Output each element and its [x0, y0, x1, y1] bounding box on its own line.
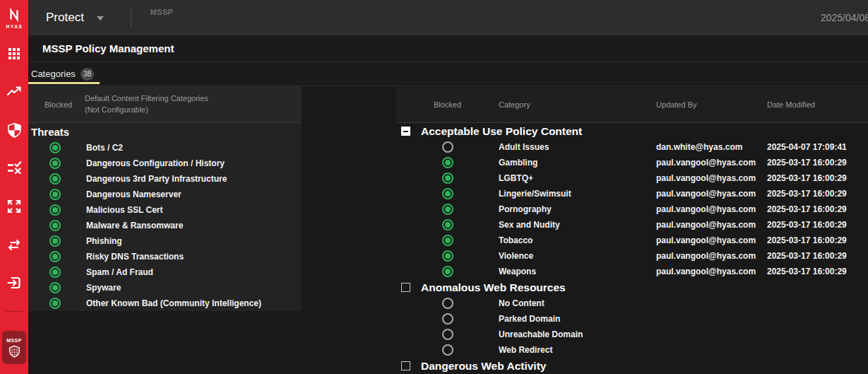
category-section-header: Acceptable Use Policy Content [396, 123, 868, 139]
date-modified-value: 2025-03-17 16:00:29 [767, 220, 868, 230]
threat-category-label: Risky DNS Transactions [86, 252, 184, 262]
column-header-default-categories-line1: Default Content Filtering Categories [85, 94, 208, 103]
tab-categories-count-badge: 38 [81, 68, 94, 81]
date-modified-value: 2025-03-17 16:00:29 [767, 251, 868, 261]
hyas-logo[interactable]: HYAS [0, 0, 28, 35]
context-label: MSSP [150, 8, 173, 16]
updated-by-value: paul.vangool@hyas.com [656, 204, 767, 214]
policy-row: Sex and Nuditypaul.vangool@hyas.com2025-… [396, 217, 868, 233]
category-label: Pornography [499, 204, 656, 214]
policy-row: Gamblingpaul.vangool@hyas.com2025-03-17 … [396, 155, 868, 170]
category-section-header: Dangerous Web Activity [396, 358, 868, 373]
threat-row: Malicious SSL Cert [28, 202, 302, 218]
policy-rules-icon[interactable] [6, 160, 22, 176]
policy-row: Lingerie/Swimsuitpaul.vangool@hyas.com20… [396, 186, 868, 201]
blocked-toggle[interactable] [442, 266, 453, 277]
blocked-toggle[interactable] [442, 313, 453, 325]
policy-row: Unreachable Domain [396, 327, 868, 342]
expand-icon[interactable] [6, 199, 22, 214]
blocked-toggle[interactable] [442, 141, 453, 153]
apps-grid-icon[interactable] [6, 46, 22, 62]
section-title: Anomalous Web Resources [421, 281, 566, 294]
blocked-toggle[interactable] [49, 142, 61, 153]
blocked-toggle[interactable] [49, 220, 61, 231]
blocked-toggle[interactable] [442, 250, 453, 262]
default-categories-header: Blocked Default Content Filtering Catego… [28, 86, 302, 123]
activity-chart-icon[interactable] [6, 84, 22, 100]
blocked-toggle[interactable] [49, 158, 61, 169]
threat-row: Spam / Ad Fraud [28, 264, 302, 280]
mssp-shield-icon [8, 345, 20, 358]
content: Blocked Default Content Filtering Catego… [28, 86, 868, 373]
blocked-toggle[interactable] [442, 344, 453, 356]
topbar: Protect MSSP 2025/04/08 [28, 0, 868, 35]
section-checkbox[interactable] [401, 361, 410, 370]
column-header-blocked: Blocked [434, 100, 461, 109]
blocked-toggle[interactable] [442, 235, 453, 246]
section-checkbox[interactable] [401, 127, 410, 136]
product-switcher[interactable]: Protect [46, 11, 104, 25]
blocked-toggle[interactable] [442, 298, 453, 309]
section-checkbox[interactable] [401, 283, 410, 292]
policy-table-header: Blocked Category Updated By Date Modifie… [396, 86, 868, 123]
main-area: Protect MSSP 2025/04/08 MSSP Policy Mana… [28, 0, 868, 374]
policy-row: No Content [396, 296, 868, 311]
category-label: LGBTQ+ [499, 173, 656, 183]
category-label: Lingerie/Swimsuit [499, 189, 656, 199]
blocked-toggle[interactable] [49, 189, 61, 200]
blocked-toggle[interactable] [49, 267, 61, 278]
category-label: Unreachable Domain [499, 329, 656, 339]
date-modified-value: 2025-03-17 16:00:29 [767, 189, 868, 199]
policy-row: Pornographypaul.vangool@hyas.com2025-03-… [396, 201, 868, 217]
blocked-toggle[interactable] [49, 204, 61, 216]
tab-categories[interactable]: Categories 38 [28, 62, 100, 86]
updated-by-value: paul.vangool@hyas.com [656, 189, 767, 199]
threat-category-label: Dangerous Nameserver [86, 189, 182, 199]
date-modified-value: 2025-03-17 16:00:29 [767, 204, 868, 214]
blocked-toggle[interactable] [442, 173, 453, 184]
policy-row: Weaponspaul.vangool@hyas.com2025-03-17 1… [396, 264, 868, 279]
blocked-toggle[interactable] [49, 298, 61, 309]
sidebar: HYAS [0, 0, 28, 374]
blocked-toggle[interactable] [442, 219, 453, 230]
policy-sections: Acceptable Use Policy ContentAdult Issue… [396, 123, 868, 373]
titlebar: MSSP Policy Management [28, 35, 868, 62]
policy-categories-panel: Blocked Category Updated By Date Modifie… [396, 86, 868, 373]
column-header-default-categories-line2: (Not Configurable) [85, 105, 148, 114]
threat-row: Risky DNS Transactions [28, 249, 302, 264]
threat-category-label: Dangerous 3rd Party Infrastructure [86, 174, 227, 184]
section-title: Acceptable Use Policy Content [421, 125, 582, 138]
sign-out-icon[interactable] [6, 275, 22, 291]
blocked-toggle[interactable] [49, 173, 61, 185]
blocked-toggle[interactable] [442, 329, 453, 340]
category-label: Weapons [499, 267, 656, 276]
blocked-toggle[interactable] [442, 188, 453, 199]
date-modified-value: 2025-03-17 16:00:29 [767, 158, 868, 168]
category-label: Web Redirect [499, 345, 656, 355]
blocked-toggle[interactable] [49, 251, 61, 262]
column-header-blocked: Blocked [44, 100, 73, 109]
blocked-toggle[interactable] [49, 235, 61, 247]
topbar-divider [131, 8, 131, 28]
threat-row: Phishing [28, 233, 302, 249]
app-window: HYAS [0, 0, 868, 374]
transfer-arrows-icon[interactable] [6, 237, 22, 252]
date-modified-value: 2025-04-07 17:09:41 [767, 142, 868, 152]
blocked-toggle[interactable] [49, 282, 61, 293]
date-modified-value: 2025-03-17 16:00:29 [767, 267, 868, 276]
category-label: Gambling [499, 158, 656, 168]
category-label: No Content [499, 298, 656, 308]
blocked-toggle[interactable] [442, 204, 453, 215]
sidebar-divider [6, 311, 23, 312]
shield-icon[interactable] [6, 122, 22, 138]
updated-by-value: paul.vangool@hyas.com [656, 251, 767, 261]
mssp-account-badge[interactable]: MSSP [2, 331, 26, 364]
category-label: Adult Issues [499, 142, 656, 152]
threat-category-label: Spam / Ad Fraud [86, 267, 153, 277]
page-title: MSSP Policy Management [42, 42, 174, 54]
category-section-header: Anomalous Web Resources [396, 279, 868, 296]
blocked-toggle[interactable] [442, 157, 453, 168]
threats-section-title: Threats [28, 123, 302, 140]
hyas-logo-text: HYAS [6, 24, 23, 29]
threat-category-label: Spyware [86, 283, 121, 293]
